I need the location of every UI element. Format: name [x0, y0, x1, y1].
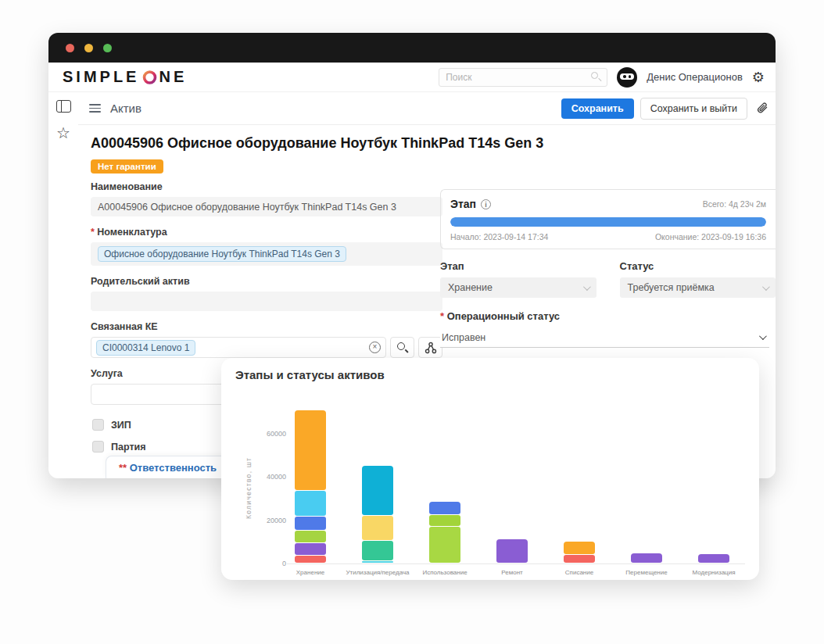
stage-end: Окончание: 2023-09-19 16:36 — [655, 232, 766, 242]
status-select[interactable]: Требуется приёмка — [620, 277, 776, 298]
x-axis-label: Хранение — [296, 569, 324, 576]
bar-segment[interactable] — [362, 561, 393, 563]
stage-select[interactable]: Хранение — [440, 277, 597, 298]
global-search — [439, 68, 607, 87]
bar-segment[interactable] — [429, 527, 460, 563]
y-tick-label: 20000 — [267, 517, 286, 524]
bar-segment[interactable] — [429, 502, 460, 514]
tab-responsibility[interactable]: Ответственность — [106, 456, 230, 478]
hamburger-menu-icon[interactable] — [89, 104, 101, 113]
chevron-down-icon — [582, 283, 590, 291]
gear-icon[interactable]: ⚙ — [752, 70, 765, 84]
stage-progress-bar — [450, 217, 766, 227]
nomenclature-chip[interactable]: Офисное оборудование Ноутбук ThinkPad T1… — [98, 246, 346, 262]
bar-segment[interactable] — [496, 539, 528, 563]
stacked-bar[interactable]: Ремонт — [496, 539, 528, 564]
stage-progress-fill — [450, 217, 766, 227]
stacked-bar[interactable]: Перемещение — [631, 553, 662, 564]
avatar[interactable] — [617, 67, 637, 88]
operational-status-value: Исправен — [442, 332, 485, 343]
field-operational-status: Операционный статус Исправен — [440, 310, 776, 348]
sidebar-toggle-icon[interactable] — [56, 100, 71, 113]
related-ci-input[interactable]: CI0000314 Lenovo 1 × — [91, 337, 386, 358]
field-stage: Этап Хранение — [440, 260, 597, 298]
stacked-bar[interactable]: Хранение — [295, 410, 326, 564]
stacked-bar[interactable]: Модернизация — [698, 554, 729, 564]
bar-segment[interactable] — [295, 491, 326, 516]
window-titlebar — [48, 33, 776, 63]
stage-panel: Этап i Всего: 4д 23ч 2м Начало: 2023-09-… — [440, 189, 776, 348]
stage-progress-card: Этап i Всего: 4д 23ч 2м Начало: 2023-09-… — [440, 189, 776, 249]
traffic-light-zoom[interactable] — [103, 44, 112, 52]
module-title: Актив — [110, 102, 142, 115]
bar-segment[interactable] — [295, 556, 326, 563]
field-name-value: A00045906 Офисное оборудование Ноутбук T… — [91, 197, 442, 216]
field-name: Наименование A00045906 Офисное оборудова… — [91, 181, 442, 216]
y-tick-label: 60000 — [267, 430, 286, 438]
search-input[interactable] — [439, 68, 607, 87]
magnifier-icon — [397, 342, 408, 353]
bar-segment[interactable] — [295, 517, 326, 530]
logo-ring-icon — [142, 69, 158, 85]
tab-responsibility-label: Ответственность — [123, 462, 217, 474]
save-exit-button[interactable]: Сохранить и выйти — [640, 98, 747, 120]
stacked-bar[interactable]: Списание — [564, 542, 595, 564]
field-related-ci-label: Связанная КЕ — [91, 321, 442, 332]
bar-segment[interactable] — [362, 466, 393, 515]
lookup-button[interactable] — [390, 337, 414, 358]
bar-segment[interactable] — [295, 531, 326, 542]
save-button[interactable]: Сохранить — [561, 98, 634, 119]
zip-checkbox[interactable] — [92, 419, 104, 431]
favorite-star-icon[interactable]: ☆ — [56, 125, 70, 141]
chevron-down-icon — [759, 332, 767, 340]
chart-baseline — [287, 564, 745, 564]
field-status: Статус Требуется приёмка — [620, 260, 776, 298]
bar-segment[interactable] — [564, 555, 595, 563]
bar-segment[interactable] — [295, 410, 326, 490]
x-axis-label: Списание — [565, 569, 593, 576]
hierarchy-icon — [425, 342, 437, 354]
y-tick-label: 0 — [282, 560, 286, 567]
chart-y-axis-label: Количество, шт — [245, 457, 253, 519]
paperclip-icon[interactable] — [755, 102, 769, 116]
operational-status-select[interactable]: Исправен — [440, 327, 769, 348]
field-nomenclature-label: Номенклатура — [91, 227, 442, 238]
x-axis-label: Перемещение — [625, 569, 667, 576]
field-status-label: Статус — [620, 260, 776, 272]
stacked-bar[interactable]: Утилизация/передача — [362, 466, 393, 564]
chart-bars: ХранениеУтилизация/передачаИспользование… — [293, 390, 731, 564]
hierarchy-button[interactable] — [418, 337, 442, 358]
bar-segment[interactable] — [362, 541, 393, 560]
field-parent-asset: Родительский актив — [91, 276, 442, 311]
bar-segment[interactable] — [564, 542, 595, 554]
x-axis-label: Модернизация — [693, 569, 736, 576]
bar-segment[interactable] — [698, 554, 729, 563]
field-parent-asset-value — [91, 292, 442, 311]
stage-start: Начало: 2023-09-14 17:34 — [450, 232, 548, 242]
info-icon[interactable]: i — [481, 199, 491, 209]
simpleone-logo[interactable]: SIMPLE NE — [63, 68, 187, 86]
chart-title: Этапы и статусы активов — [235, 368, 385, 381]
zip-checkbox-label: ЗИП — [111, 420, 131, 431]
traffic-light-minimize[interactable] — [84, 44, 93, 52]
batch-checkbox-label: Партия — [111, 442, 146, 453]
field-operational-status-label: Операционный статус — [440, 310, 769, 322]
bar-segment[interactable] — [295, 543, 326, 556]
batch-checkbox[interactable] — [92, 441, 104, 453]
x-axis-label: Ремонт — [501, 569, 522, 576]
app-header: SIMPLE NE Денис Операционов ⚙ — [48, 63, 776, 92]
related-ci-chip[interactable]: CI0000314 Lenovo 1 — [96, 340, 195, 356]
stacked-bar[interactable]: Использование — [429, 502, 460, 564]
status-select-value: Требуется приёмка — [628, 282, 715, 293]
chart-plot: ХранениеУтилизация/передачаИспользование… — [293, 390, 731, 564]
y-tick-label: 40000 — [267, 473, 286, 481]
clear-icon[interactable]: × — [369, 342, 381, 353]
user-name[interactable]: Денис Операционов — [647, 71, 743, 83]
bar-segment[interactable] — [429, 515, 460, 526]
bar-segment[interactable] — [362, 516, 393, 540]
stage-total: Всего: 4д 23ч 2м — [703, 199, 766, 209]
record-toolbar: Актив Сохранить Сохранить и выйти — [78, 92, 776, 125]
bar-segment[interactable] — [631, 553, 662, 563]
chevron-down-icon — [762, 283, 770, 291]
traffic-light-close[interactable] — [66, 44, 74, 52]
